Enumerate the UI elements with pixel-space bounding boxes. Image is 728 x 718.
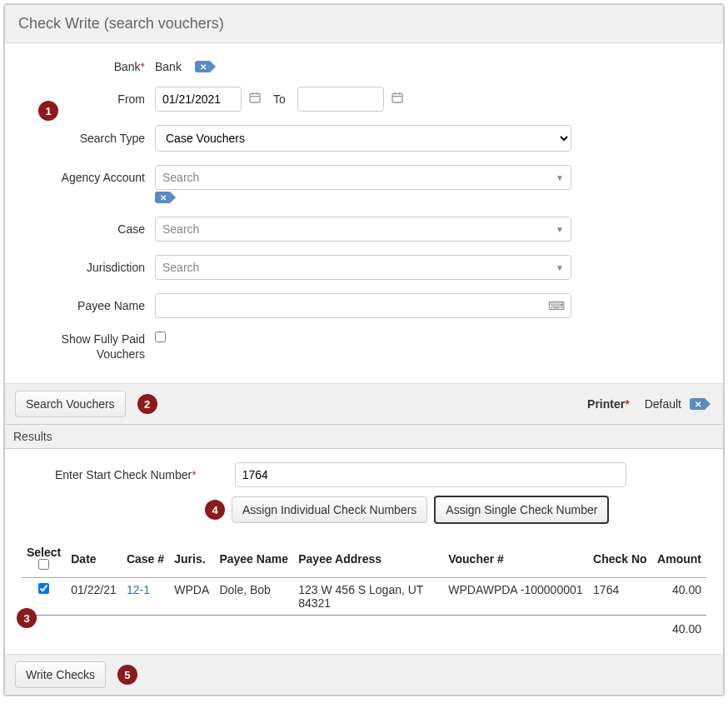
assign-individual-button[interactable]: Assign Individual Check Numbers bbox=[232, 496, 427, 523]
cell-payee-name: Dole, Bob bbox=[214, 578, 293, 616]
col-payee-name: Payee Name bbox=[214, 541, 293, 578]
from-calendar-icon[interactable] bbox=[248, 91, 262, 107]
cell-date: 01/22/21 bbox=[66, 578, 122, 616]
payee-name-input[interactable] bbox=[155, 293, 571, 318]
bank-value: Bank bbox=[155, 60, 182, 73]
cell-check-no: 1764 bbox=[588, 578, 652, 616]
search-vouchers-button[interactable]: Search Vouchers bbox=[15, 391, 126, 417]
search-toolbar: Search Vouchers 2 Printer* Default ✕ bbox=[5, 383, 723, 424]
cell-juris: WPDA bbox=[169, 578, 214, 616]
chevron-down-icon: ▼ bbox=[556, 263, 564, 272]
cell-amount: 40.00 bbox=[652, 578, 706, 616]
cell-payee-address: 123 W 456 S Logan, UT 84321 bbox=[293, 578, 443, 616]
cell-voucher: WPDAWPDA -100000001 bbox=[443, 578, 588, 616]
step-marker-1: 1 bbox=[38, 101, 58, 121]
svg-rect-4 bbox=[392, 93, 402, 102]
show-fully-paid-checkbox[interactable] bbox=[155, 332, 166, 342]
chevron-down-icon: ▼ bbox=[556, 173, 564, 182]
select-all-checkbox[interactable] bbox=[38, 559, 49, 570]
step-marker-2: 2 bbox=[137, 394, 157, 414]
col-case: Case # bbox=[122, 541, 169, 578]
step-marker-3: 3 bbox=[17, 608, 37, 628]
to-date-input[interactable] bbox=[297, 87, 384, 112]
agency-account-clear-icon[interactable]: ✕ bbox=[155, 192, 170, 203]
case-combo[interactable]: Search ▼ bbox=[155, 217, 571, 242]
write-checks-button[interactable]: Write Checks bbox=[15, 661, 106, 688]
to-calendar-icon[interactable] bbox=[391, 91, 404, 107]
results-body: Enter Start Check Number* 4 Assign Indiv… bbox=[5, 449, 723, 654]
start-check-number-input[interactable] bbox=[235, 462, 626, 487]
search-type-select[interactable]: Case Vouchers bbox=[155, 125, 571, 152]
step-marker-5: 5 bbox=[117, 665, 137, 685]
jurisdiction-placeholder: Search bbox=[162, 261, 199, 274]
assign-single-button[interactable]: Assign Single Check Number bbox=[434, 496, 609, 524]
search-type-label: Search Type bbox=[22, 132, 155, 145]
col-voucher: Voucher # bbox=[443, 541, 588, 578]
jurisdiction-label: Jurisdiction bbox=[22, 261, 155, 274]
select-header-label: Select bbox=[27, 546, 61, 559]
start-check-label: Enter Start Check Number* bbox=[55, 468, 197, 481]
col-amount: Amount bbox=[652, 541, 706, 578]
bottom-toolbar: Write Checks 5 bbox=[5, 654, 723, 695]
results-table: Select Date Case # Juris. Payee Name Pay… bbox=[22, 541, 706, 641]
cell-case-link[interactable]: 12-1 bbox=[127, 583, 150, 596]
printer-value: Default bbox=[645, 397, 681, 411]
printer-label: Printer* bbox=[587, 397, 630, 411]
keyboard-icon[interactable]: ⌨ bbox=[548, 299, 565, 312]
col-juris: Juris. bbox=[169, 541, 214, 578]
page-title: Check Write (search vouchers) bbox=[5, 5, 723, 43]
svg-rect-0 bbox=[250, 93, 260, 102]
step-marker-4: 4 bbox=[205, 500, 225, 520]
show-fully-paid-label: Show Fully Paid Vouchers bbox=[22, 332, 155, 361]
col-select: Select bbox=[22, 541, 66, 578]
case-label: Case bbox=[22, 222, 155, 236]
jurisdiction-combo[interactable]: Search ▼ bbox=[155, 255, 571, 280]
main-panel: Check Write (search vouchers) Bank* Bank… bbox=[3, 3, 725, 696]
col-payee-address: Payee Address bbox=[293, 541, 443, 578]
table-row: 01/22/21 12-1 WPDA Dole, Bob 123 W 456 S… bbox=[22, 578, 706, 616]
to-label: To bbox=[273, 92, 286, 106]
bank-clear-icon[interactable]: ✕ bbox=[195, 61, 210, 72]
results-header: Results bbox=[5, 424, 723, 449]
row-select-checkbox[interactable] bbox=[38, 583, 49, 594]
agency-account-combo[interactable]: Search ▼ bbox=[155, 165, 571, 190]
printer-clear-icon[interactable]: ✕ bbox=[690, 398, 705, 410]
col-date: Date bbox=[66, 541, 122, 578]
total-amount: 40.00 bbox=[652, 616, 706, 641]
from-date-input[interactable] bbox=[155, 87, 242, 112]
col-check-no: Check No bbox=[588, 541, 652, 578]
payee-name-label: Payee Name bbox=[22, 299, 155, 312]
case-placeholder: Search bbox=[162, 222, 199, 236]
agency-account-placeholder: Search bbox=[162, 171, 199, 184]
agency-account-label: Agency Account bbox=[22, 171, 155, 184]
search-form: Bank* Bank ✕ From To Search Type bbox=[5, 43, 723, 383]
bank-label: Bank* bbox=[22, 60, 155, 73]
chevron-down-icon: ▼ bbox=[556, 225, 564, 234]
